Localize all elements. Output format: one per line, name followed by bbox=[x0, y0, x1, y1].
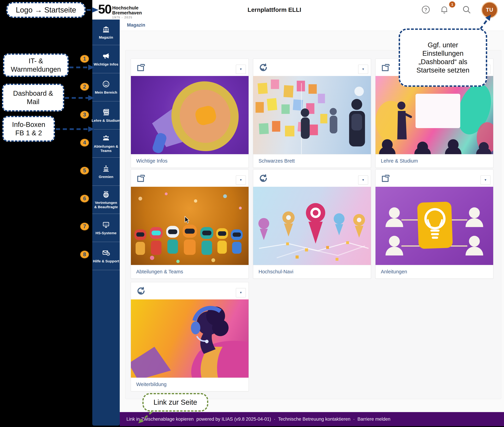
sidebar-item-label: Magazin bbox=[99, 35, 113, 39]
sidebar-item-label: Mein Bereich bbox=[95, 90, 117, 94]
card-schwarzes-brett[interactable]: ▼ bbox=[253, 59, 371, 168]
card-image-robots bbox=[131, 187, 248, 265]
sidebar-item-magazin[interactable]: Magazin bbox=[92, 20, 120, 45]
card-anleitungen[interactable]: ▼ Anleitungen bbox=[375, 169, 493, 279]
sidebar-item-label: Lehre & Studium bbox=[92, 118, 120, 123]
logo-name-line1: Hochschule bbox=[112, 6, 142, 10]
footer-contact-support-link[interactable]: Technische Betreuung kontaktieren bbox=[278, 417, 350, 422]
folder-icon bbox=[381, 173, 391, 183]
caret-down-icon: ▼ bbox=[240, 291, 242, 294]
weblink-icon bbox=[258, 173, 268, 183]
sidebar-item-hs-systeme[interactable]: HS-Systeme bbox=[92, 214, 120, 242]
footer-separator-dot: · bbox=[274, 417, 275, 422]
folder-icon bbox=[381, 63, 391, 73]
card-actions-dropdown[interactable]: ▼ bbox=[358, 175, 368, 185]
step-badge-5: 5 bbox=[80, 167, 89, 175]
footer-report-barrier-link[interactable]: Barriere melden bbox=[357, 417, 390, 422]
committee-icon bbox=[102, 164, 110, 175]
sidebar-item-hilfe-support[interactable]: ? Hilfe & Support bbox=[92, 242, 120, 270]
sidebar-item-gremien[interactable]: Gremien bbox=[92, 158, 120, 186]
card-actions-dropdown[interactable]: ▼ bbox=[481, 175, 490, 185]
caret-down-icon: ▼ bbox=[484, 178, 487, 182]
main-sidebar: Magazin Wichtige Infos Mein Bereich bbox=[92, 20, 120, 426]
annotation-it-warnmeldungen: IT- & Warnmeldungen bbox=[3, 53, 69, 77]
logo-years: 1975 - 2025 bbox=[112, 16, 142, 19]
card-image-sticky-notes bbox=[253, 76, 371, 154]
step-badge-7: 7 bbox=[80, 223, 89, 230]
card-hochschul-navi[interactable]: ▼ Hochschul bbox=[253, 169, 371, 279]
sidebar-item-label: HS-Systeme bbox=[96, 231, 117, 235]
bank-icon bbox=[102, 25, 110, 35]
caret-down-icon: ▼ bbox=[240, 68, 242, 71]
sidebar-item-vertretungen-beauftragte[interactable]: Vertretungen & Beauftragte bbox=[92, 186, 120, 214]
caret-down-icon: ▼ bbox=[362, 68, 365, 71]
footer-copy-link[interactable]: Link in Zwischenablage kopieren bbox=[126, 417, 194, 422]
card-title[interactable]: Hochschul-Navi bbox=[253, 265, 371, 278]
card-title[interactable]: Abteilungen & Teams bbox=[131, 265, 248, 278]
folder-icon bbox=[136, 173, 146, 183]
card-image-presentation bbox=[375, 76, 493, 154]
mail-help-icon: ? bbox=[102, 249, 110, 259]
smiley-icon bbox=[102, 80, 110, 90]
hochschule-bremerhaven-logo[interactable]: 50 Hochschule Bremerhaven 1975 - 2025 bbox=[98, 1, 142, 19]
logo-name-line2: Bremerhaven bbox=[112, 10, 142, 15]
card-actions-dropdown[interactable]: ▼ bbox=[236, 288, 246, 297]
card-actions-dropdown[interactable]: ▼ bbox=[236, 65, 246, 74]
user-avatar[interactable]: TU bbox=[481, 2, 498, 18]
folder-icon bbox=[136, 63, 146, 73]
card-image-idea-cube bbox=[375, 187, 493, 265]
card-image-map-pins bbox=[253, 187, 371, 265]
step-badge-4: 4 bbox=[80, 139, 89, 147]
ilias-magazin-screenshot: Lernplattform ELLI 50 Hochschule Bremerh… bbox=[0, 0, 504, 427]
annotation-dashboard-startseite: Ggf. unter Einstellungen „Dashboard“ als… bbox=[399, 29, 487, 87]
sidebar-item-label: Abteilungen & Teams bbox=[93, 144, 118, 153]
card-weiterbildung[interactable]: ▼ Weiterbildung bbox=[131, 282, 249, 391]
annotation-link-zur-seite: Link zur Seite bbox=[142, 393, 208, 412]
globe-people-icon bbox=[102, 190, 110, 200]
annotation-logo-callout: Logo → Startseite bbox=[6, 2, 85, 18]
footer-separator-dot: · bbox=[353, 417, 355, 422]
sidebar-item-lehre-studium[interactable]: Lehre & Studium bbox=[92, 101, 120, 130]
sidebar-item-label: Vertretungen & Beauftragte bbox=[93, 200, 118, 209]
help-icon[interactable]: ? bbox=[421, 5, 431, 15]
step-badge-3: 3 bbox=[80, 111, 89, 119]
svg-text:?: ? bbox=[108, 253, 109, 255]
weblink-icon bbox=[136, 286, 146, 296]
step-badge-2: 2 bbox=[80, 83, 89, 91]
notification-count-badge: 1 bbox=[449, 1, 455, 8]
sidebar-item-wichtige-infos[interactable]: Wichtige Infos bbox=[92, 45, 120, 73]
step-badge-1: 1 bbox=[80, 55, 89, 63]
monitor-icon bbox=[102, 221, 110, 231]
card-title[interactable]: Wichtige Infos bbox=[131, 154, 248, 167]
annotation-info-boxen: Info-Boxen FB 1 & 2 bbox=[2, 116, 55, 142]
notifications-bell-icon[interactable] bbox=[440, 5, 449, 15]
svg-text:?: ? bbox=[424, 7, 427, 12]
card-title[interactable]: Schwarzes Brett bbox=[253, 154, 371, 167]
logo-50-mark: 50 bbox=[98, 1, 111, 17]
weblink-icon bbox=[258, 63, 268, 73]
sidebar-item-abteilungen-teams[interactable]: Abteilungen & Teams bbox=[92, 130, 120, 158]
card-actions-dropdown[interactable]: ▼ bbox=[358, 65, 368, 74]
sidebar-item-label: Hilfe & Support bbox=[93, 259, 119, 263]
card-actions-dropdown[interactable]: ▼ bbox=[236, 175, 246, 185]
sidebar-item-label: Gremien bbox=[99, 175, 113, 179]
sidebar-item-mein-bereich[interactable]: Mein Bereich bbox=[92, 73, 120, 101]
card-title[interactable]: Lehre & Studium bbox=[375, 154, 493, 167]
books-icon bbox=[102, 108, 110, 118]
page-title: Lernplattform ELLI bbox=[248, 0, 301, 20]
megaphone-icon bbox=[102, 52, 110, 62]
card-image-megaphone bbox=[131, 76, 248, 154]
card-title[interactable]: Anleitungen bbox=[375, 265, 493, 278]
step-badge-8: 8 bbox=[80, 251, 89, 259]
caret-down-icon: ▼ bbox=[362, 178, 365, 182]
footer-powered-by-ilias[interactable]: powered by ILIAS (v9.8 2025-04-01) bbox=[196, 417, 271, 422]
card-abteilungen-teams[interactable]: ▼ A bbox=[131, 169, 249, 279]
card-image-headphones-person bbox=[131, 299, 248, 378]
search-icon[interactable] bbox=[462, 5, 471, 15]
breadcrumb-magazin-link[interactable]: Magazin bbox=[127, 23, 145, 28]
card-title[interactable]: Weiterbildung bbox=[131, 378, 248, 391]
caret-down-icon: ▼ bbox=[240, 178, 242, 182]
annotation-dashboard-mail: Dashboard & Mail bbox=[2, 84, 64, 111]
sidebar-item-label: Wichtige Infos bbox=[94, 62, 118, 66]
card-wichtige-infos[interactable]: ▼ Wichtige Infos bbox=[131, 59, 249, 168]
